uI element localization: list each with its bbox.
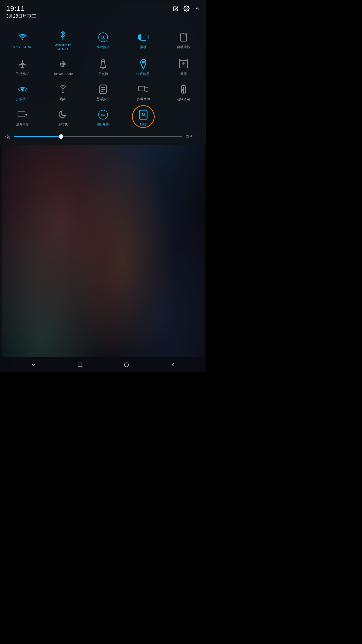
hotspot-label: 热点: [60, 97, 66, 101]
nfc-label: NFC: [140, 123, 147, 127]
tile-bluetooth[interactable]: MOMENTUM M2 IEBT: [43, 26, 83, 54]
location-label: 位置信息.: [136, 72, 150, 76]
svg-line-49: [6, 138, 6, 138]
location-icon: [138, 58, 149, 70]
power-save-label: 超级省电: [177, 97, 190, 101]
svg-line-50: [9, 135, 10, 135]
svg-rect-35: [18, 112, 25, 117]
svg-rect-27: [101, 89, 105, 90]
svg-point-42: [7, 136, 9, 138]
assistive-touch-icon: [97, 84, 109, 95]
eye-care-label: 护眼模式: [16, 97, 29, 101]
tile-nfc[interactable]: N NFC: [123, 105, 163, 130]
power-save-icon: [178, 84, 189, 95]
tile-hotspot[interactable]: 热点: [43, 79, 83, 105]
vibrate-label: 振动: [140, 45, 147, 49]
brightness-bar: 自动: [0, 130, 206, 141]
date-display: 3月28日星期三: [6, 13, 36, 19]
bluetooth-label: MOMENTUM M2 IEBT: [55, 44, 71, 51]
tile-wifi[interactable]: MKST-KF-5G: [3, 26, 43, 54]
screenshot-icon: [178, 58, 189, 70]
svg-line-45: [6, 135, 6, 135]
4g-switch-label: 4G 开关: [97, 123, 109, 127]
bluetooth-icon: [57, 30, 69, 42]
tile-4g-switch[interactable]: 4G 4G 开关: [83, 105, 123, 130]
nav-recents-icon[interactable]: [74, 359, 85, 370]
brightness-slider-track[interactable]: [14, 136, 182, 137]
nav-home-icon[interactable]: [121, 359, 132, 370]
svg-rect-26: [101, 87, 105, 88]
dnd-label: 免打扰: [58, 123, 68, 127]
svg-point-0: [186, 8, 187, 9]
4g-switch-icon: 4G: [97, 109, 109, 120]
tile-screen-record[interactable]: 屏幕录制: [3, 105, 43, 130]
tile-airplane[interactable]: 飞行模式: [3, 54, 43, 80]
nav-down-icon[interactable]: [28, 359, 39, 370]
status-right: [173, 5, 200, 12]
screenshot-label: 截屏: [180, 72, 187, 76]
auto-brightness-checkbox[interactable]: [196, 134, 201, 139]
tile-eye-care[interactable]: 护眼模式: [3, 79, 43, 105]
tile-location[interactable]: 位置信息.: [123, 54, 163, 80]
airplane-icon: [17, 58, 28, 70]
tile-auto-rotate[interactable]: 自动旋转: [163, 26, 204, 54]
tile-power-save[interactable]: 超级省电: [163, 79, 204, 105]
svg-rect-51: [78, 363, 82, 367]
settings-icon[interactable]: [184, 6, 190, 12]
flashlight-label: 手电筒: [98, 72, 108, 76]
brightness-slider-fill: [14, 136, 61, 137]
screen-record-icon: [17, 109, 28, 120]
svg-rect-4: [141, 34, 146, 41]
tile-assistive-touch[interactable]: 悬浮按钮: [83, 79, 123, 105]
svg-point-16: [142, 61, 144, 63]
screen-record-label: 屏幕录制: [16, 123, 29, 127]
svg-text:4G: 4G: [101, 113, 105, 117]
brightness-icon: [5, 134, 11, 139]
mobile-data-icon: 1L: [97, 31, 109, 43]
huawei-share-icon: [57, 58, 69, 70]
svg-rect-29: [139, 86, 145, 91]
tile-mobile-data[interactable]: 1L 移动数据: [83, 26, 123, 54]
svg-text:1L: 1L: [101, 35, 105, 39]
vibrate-icon: [138, 31, 149, 43]
svg-rect-9: [180, 33, 187, 41]
edit-icon[interactable]: [173, 6, 178, 11]
svg-point-21: [22, 89, 23, 90]
tile-screenshot[interactable]: 截屏: [163, 54, 204, 80]
time-display: 19:11: [6, 5, 36, 13]
svg-line-46: [9, 138, 10, 138]
svg-point-12: [61, 62, 65, 66]
svg-rect-28: [101, 91, 104, 92]
svg-text:N: N: [142, 112, 145, 117]
assistive-touch-label: 悬浮按钮: [97, 97, 110, 101]
svg-point-11: [62, 63, 64, 65]
nfc-icon: N: [138, 109, 149, 120]
nav-back-icon[interactable]: [167, 359, 178, 370]
flashlight-icon: [97, 58, 109, 70]
brightness-slider-thumb[interactable]: [59, 134, 63, 139]
wifi-label: MKST-KF-5G: [13, 45, 32, 49]
tile-dnd[interactable]: 免打扰: [43, 105, 83, 130]
status-left: 19:11 3月28日星期三: [6, 5, 36, 19]
tile-multi-screen[interactable]: 多屏互动: [123, 79, 163, 105]
auto-brightness-label: 自动: [186, 134, 193, 139]
auto-rotate-label: 自动旋转: [177, 45, 190, 49]
status-bar: 19:11 3月28日星期三: [0, 0, 206, 22]
collapse-icon[interactable]: [195, 6, 200, 11]
auto-rotate-icon: [178, 31, 189, 43]
tile-vibrate[interactable]: 振动: [123, 26, 163, 54]
tile-huawei-share[interactable]: Huawei Share: [43, 54, 83, 80]
airplane-label: 飞行模式: [16, 72, 29, 76]
svg-rect-30: [145, 87, 148, 91]
multi-screen-icon: [138, 84, 149, 95]
huawei-share-label: Huawei Share: [53, 72, 73, 76]
multi-screen-label: 多屏互动: [137, 97, 150, 101]
tile-flashlight[interactable]: 手电筒: [83, 54, 123, 80]
svg-marker-36: [25, 113, 27, 116]
tile-empty: [163, 105, 204, 130]
svg-point-22: [62, 88, 64, 90]
wifi-icon: [17, 31, 28, 43]
tiles-grid: MKST-KF-5G MOMENTUM M2 IEBT 1L 移动数据: [0, 26, 206, 130]
nav-bar: [0, 357, 206, 372]
hotspot-icon: [57, 84, 69, 95]
